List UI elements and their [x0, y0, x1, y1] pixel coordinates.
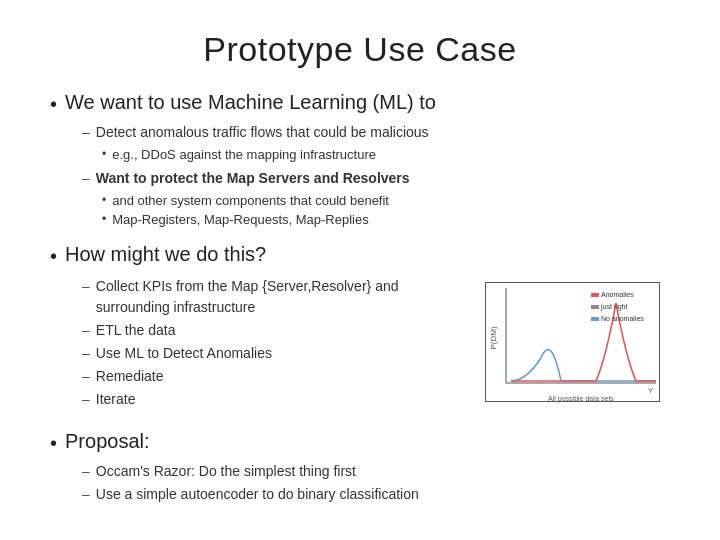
- how-sub-list: – Collect KPIs from the Map {Server,Reso…: [82, 276, 475, 410]
- legend-anomalies-label: Anomalies: [601, 291, 634, 298]
- bullet-how-main: • How might we do this?: [50, 243, 670, 269]
- legend-no-anomalies-rect: [591, 317, 599, 321]
- legend-just-right-label: just right: [600, 303, 628, 311]
- how-dash-5-text: Iterate: [96, 389, 136, 410]
- how-dash-4-text: Remediate: [96, 366, 164, 387]
- bullet-ml-text: We want to use Machine Learning (ML) to: [65, 91, 436, 114]
- how-dash-5: – Iterate: [82, 389, 475, 410]
- proposal-dash-2: – Use a simple autoencoder to do binary …: [82, 484, 670, 505]
- legend-anomalies-rect: [591, 293, 599, 297]
- how-dash-1: – Collect KPIs from the Map {Server,Reso…: [82, 276, 475, 318]
- chart-x-label: Y: [648, 386, 654, 395]
- how-text-list: – Collect KPIs from the Map {Server,Reso…: [50, 274, 475, 412]
- how-dash-2: – ETL the data: [82, 320, 475, 341]
- dash-item-anomalous: – Detect anomalous traffic flows that co…: [82, 122, 670, 143]
- bullet-dot-2: •: [50, 243, 57, 269]
- how-section-body: – Collect KPIs from the Map {Server,Reso…: [50, 274, 670, 412]
- sub-sub-components: • and other system components that could…: [102, 191, 670, 211]
- slide: Prototype Use Case • We want to use Mach…: [0, 0, 720, 540]
- dash-item-anomalous-text: Detect anomalous traffic flows that coul…: [96, 122, 429, 143]
- bullet-proposal-text: Proposal:: [65, 430, 150, 453]
- bullet-dot-1: •: [50, 91, 57, 117]
- section-ml: • We want to use Machine Learning (ML) t…: [50, 91, 670, 233]
- chart-bottom-label: All possible data sets: [548, 395, 614, 403]
- how-dash-2-text: ETL the data: [96, 320, 176, 341]
- proposal-sub-list: – Occam's Razor: Do the simplest thing f…: [82, 461, 670, 505]
- chart-container: P(DM) Y All possible data sets Anomalies: [485, 274, 660, 402]
- chart-y-label: P(DM): [489, 326, 498, 349]
- proposal-dash-1: – Occam's Razor: Do the simplest thing f…: [82, 461, 670, 482]
- sub-sub-components-text: and other system components that could b…: [112, 191, 389, 211]
- proposal-dash-2-text: Use a simple autoencoder to do binary cl…: [96, 484, 419, 505]
- chart-svg: P(DM) Y All possible data sets Anomalies: [486, 283, 661, 403]
- legend-just-right-rect: [591, 305, 599, 309]
- legend-no-anomalies-label: No anomalies: [601, 315, 644, 322]
- sub-sub-protect: • and other system components that could…: [102, 191, 670, 230]
- sub-sub-map-registers-text: Map-Registers, Map-Requests, Map-Replies: [112, 210, 368, 230]
- how-dash-4: – Remediate: [82, 366, 475, 387]
- section-proposal: • Proposal: – Occam's Razor: Do the simp…: [50, 430, 670, 507]
- chart-box: P(DM) Y All possible data sets Anomalies: [485, 282, 660, 402]
- sub-sub-map-registers: • Map-Registers, Map-Requests, Map-Repli…: [102, 210, 670, 230]
- bullet-ml-main: • We want to use Machine Learning (ML) t…: [50, 91, 670, 117]
- how-dash-1-text: Collect KPIs from the Map {Server,Resolv…: [96, 276, 475, 318]
- bullet-dot-3: •: [50, 430, 57, 456]
- bullet-proposal-main: • Proposal:: [50, 430, 670, 456]
- ml-sub-list: – Detect anomalous traffic flows that co…: [82, 122, 670, 230]
- dash-item-protect: – Want to protect the Map Servers and Re…: [82, 168, 670, 189]
- section-how: • How might we do this? – Collect KPIs f…: [50, 243, 670, 412]
- proposal-dash-1-text: Occam's Razor: Do the simplest thing fir…: [96, 461, 356, 482]
- how-dash-3-text: Use ML to Detect Anomalies: [96, 343, 272, 364]
- dash-item-protect-text: Want to protect the Map Servers and Reso…: [96, 168, 410, 189]
- slide-title: Prototype Use Case: [50, 30, 670, 69]
- sub-sub-ddos-text: e.g., DDoS against the mapping infrastru…: [112, 145, 376, 165]
- sub-sub-ddos: • e.g., DDoS against the mapping infrast…: [102, 145, 670, 165]
- sub-sub-anomalous: • e.g., DDoS against the mapping infrast…: [102, 145, 670, 165]
- bullet-how-text: How might we do this?: [65, 243, 266, 266]
- how-dash-3: – Use ML to Detect Anomalies: [82, 343, 475, 364]
